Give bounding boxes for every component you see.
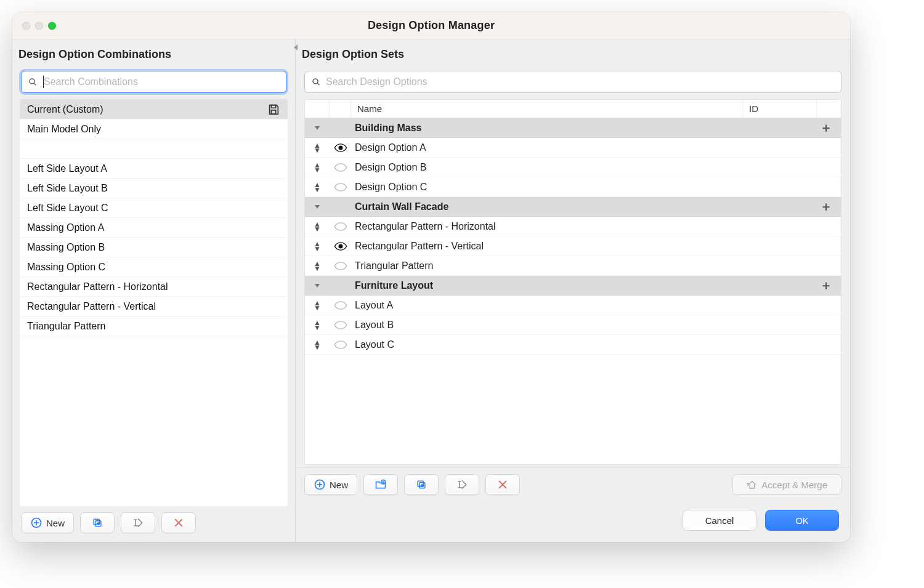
combinations-search[interactable] xyxy=(21,71,286,93)
combination-row[interactable]: Rectangular Pattern - Horizontal xyxy=(20,277,288,297)
window-title: Design Option Manager xyxy=(368,19,495,32)
design-option-name: Design Option C xyxy=(351,182,841,193)
options-search[interactable] xyxy=(304,71,841,93)
combinations-search-input[interactable] xyxy=(44,76,280,87)
collapse-left-panel-handle[interactable] xyxy=(293,43,299,52)
svg-rect-3 xyxy=(271,110,275,113)
duplicate-icon xyxy=(415,478,428,491)
visibility-eye-icon[interactable] xyxy=(330,183,351,191)
design-option-row[interactable]: ▲▼Layout C xyxy=(305,335,841,355)
rename-combination-button[interactable] xyxy=(121,512,155,533)
minimize-window-button[interactable] xyxy=(35,22,43,30)
combinations-panel: Design Option Combinations Current (Cust… xyxy=(12,39,296,542)
add-option-icon[interactable]: ＋ xyxy=(811,198,841,215)
svg-point-17 xyxy=(339,146,342,150)
new-option-set-button[interactable] xyxy=(363,474,398,495)
new-option-button[interactable]: New xyxy=(304,474,357,495)
svg-point-19 xyxy=(339,244,342,248)
add-option-icon[interactable]: ＋ xyxy=(811,277,841,294)
close-window-button[interactable] xyxy=(22,22,30,30)
combination-row[interactable]: Current (Custom) xyxy=(20,100,288,119)
combination-row[interactable]: Rectangular Pattern - Vertical xyxy=(20,297,288,316)
design-option-manager-window: Design Option Manager Design Option Comb… xyxy=(12,12,850,542)
combination-label: Left Side Layout B xyxy=(27,183,280,194)
column-header-name[interactable]: Name xyxy=(351,103,742,114)
reorder-handle-icon[interactable]: ▲▼ xyxy=(305,300,330,310)
design-option-row[interactable]: ▲▼Design Option C xyxy=(305,177,841,197)
visibility-eye-icon[interactable] xyxy=(330,340,351,349)
rename-option-button[interactable] xyxy=(445,474,479,495)
design-option-row[interactable]: ▲▼Design Option B xyxy=(305,158,841,177)
option-sets-tree: Name ID Building Mass＋▲▼Design Option A▲… xyxy=(304,99,841,465)
reorder-handle-icon[interactable]: ▲▼ xyxy=(305,163,330,172)
add-option-icon[interactable]: ＋ xyxy=(811,119,841,136)
duplicate-option-button[interactable] xyxy=(404,474,439,495)
svg-line-1 xyxy=(34,83,36,85)
reorder-handle-icon[interactable]: ▲▼ xyxy=(305,261,330,271)
combination-row[interactable]: Massing Option C xyxy=(20,257,288,277)
combination-label: Triangular Pattern xyxy=(27,321,280,332)
new-combination-label: New xyxy=(46,518,65,528)
combination-row[interactable]: Triangular Pattern xyxy=(20,316,288,336)
duplicate-combination-button[interactable] xyxy=(80,512,115,533)
visibility-eye-icon[interactable] xyxy=(330,222,351,231)
visibility-eye-icon[interactable] xyxy=(330,301,351,310)
design-option-row[interactable]: ▲▼Design Option A xyxy=(305,138,841,158)
design-option-name: Layout B xyxy=(351,320,841,331)
design-option-name: Layout C xyxy=(351,339,841,350)
disclosure-triangle-icon[interactable] xyxy=(305,203,330,211)
disclosure-triangle-icon[interactable] xyxy=(305,124,330,132)
new-combination-button[interactable]: New xyxy=(21,512,74,533)
save-icon[interactable] xyxy=(267,103,280,116)
disclosure-triangle-icon[interactable] xyxy=(305,282,330,289)
combinations-list[interactable]: Current (Custom)Main Model OnlyLeft Side… xyxy=(20,99,288,506)
combination-row[interactable]: Left Side Layout C xyxy=(20,198,288,218)
cancel-button[interactable]: Cancel xyxy=(683,510,756,531)
combination-label: Current (Custom) xyxy=(27,104,267,115)
combination-label: Rectangular Pattern - Vertical xyxy=(27,301,280,312)
delete-option-button[interactable] xyxy=(485,474,520,495)
visibility-eye-icon[interactable] xyxy=(330,163,351,172)
combination-row[interactable]: Main Model Only xyxy=(20,119,288,139)
combination-row[interactable]: Massing Option A xyxy=(20,218,288,238)
design-option-name: Rectangular Pattern - Vertical xyxy=(351,241,841,252)
ok-button[interactable]: OK xyxy=(765,510,839,531)
delete-combination-button[interactable] xyxy=(161,512,196,533)
accept-and-merge-label: Accept & Merge xyxy=(761,480,827,490)
accept-and-merge-button[interactable]: Accept & Merge xyxy=(732,474,841,495)
option-set-group[interactable]: Furniture Layout＋ xyxy=(305,276,841,296)
titlebar: Design Option Manager xyxy=(12,12,850,39)
reorder-handle-icon[interactable]: ▲▼ xyxy=(305,143,330,153)
reorder-handle-icon[interactable]: ▲▼ xyxy=(305,241,330,251)
search-icon xyxy=(28,77,38,87)
options-search-input[interactable] xyxy=(326,76,835,87)
reorder-handle-icon[interactable]: ▲▼ xyxy=(305,320,330,330)
design-option-name: Rectangular Pattern - Horizontal xyxy=(351,221,841,232)
combination-row[interactable]: Massing Option B xyxy=(20,238,288,257)
combination-row[interactable]: Left Side Layout A xyxy=(20,159,288,179)
reorder-handle-icon[interactable]: ▲▼ xyxy=(305,340,330,350)
option-set-name: Curtain Wall Facade xyxy=(351,201,811,212)
reorder-handle-icon[interactable]: ▲▼ xyxy=(305,182,330,192)
design-option-row[interactable]: ▲▼Layout B xyxy=(305,315,841,335)
combination-row[interactable]: Left Side Layout B xyxy=(20,179,288,198)
visibility-eye-icon[interactable] xyxy=(330,262,351,270)
visibility-eye-icon[interactable] xyxy=(330,143,351,152)
design-option-row[interactable]: ▲▼Rectangular Pattern - Horizontal xyxy=(305,217,841,236)
option-set-group[interactable]: Building Mass＋ xyxy=(305,118,841,138)
reorder-handle-icon[interactable]: ▲▼ xyxy=(305,222,330,232)
column-header-id[interactable]: ID xyxy=(742,100,816,118)
design-option-row[interactable]: ▲▼Layout A xyxy=(305,296,841,315)
visibility-eye-icon[interactable] xyxy=(330,242,351,251)
plus-circle-icon xyxy=(30,517,43,529)
search-icon xyxy=(311,77,321,87)
design-option-row[interactable]: ▲▼Triangular Pattern xyxy=(305,256,841,276)
combinations-panel-title: Design Option Combinations xyxy=(12,39,295,67)
zoom-window-button[interactable] xyxy=(48,22,56,30)
visibility-eye-icon[interactable] xyxy=(330,321,351,329)
option-set-group[interactable]: Curtain Wall Facade＋ xyxy=(305,197,841,217)
delete-icon xyxy=(172,517,185,529)
design-option-row[interactable]: ▲▼Rectangular Pattern - Vertical xyxy=(305,236,841,256)
combination-label: Massing Option C xyxy=(27,262,280,273)
combination-label: Left Side Layout C xyxy=(27,203,280,214)
